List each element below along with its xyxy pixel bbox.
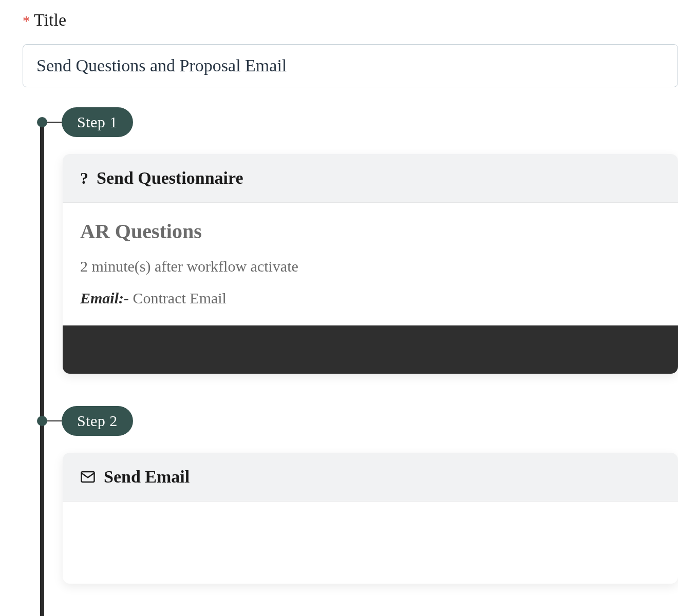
email-value: Contract Email	[129, 290, 227, 306]
title-input[interactable]	[23, 44, 678, 87]
step-card[interactable]: ? Send Questionnaire AR Questions 2 minu…	[63, 154, 678, 374]
step-badge: Step 1	[62, 107, 133, 137]
title-field-label-row: * Title	[23, 10, 678, 30]
workflow-step-1: Step 1 ? Send Questionnaire AR Questions…	[40, 106, 678, 374]
step-card[interactable]: Send Email	[63, 453, 678, 584]
card-header-title: Send Email	[104, 467, 190, 487]
card-header-title: Send Questionnaire	[97, 168, 243, 188]
card-body: AR Questions 2 minute(s) after workflow …	[63, 203, 678, 325]
envelope-icon	[80, 469, 96, 485]
card-email-row: Email:- Contract Email	[80, 290, 661, 307]
card-header: ? Send Questionnaire	[63, 154, 678, 203]
step-badge: Step 2	[62, 406, 133, 436]
question-icon: ?	[80, 169, 88, 188]
timeline-dot-icon	[37, 117, 47, 127]
card-footer-bar[interactable]	[63, 325, 678, 374]
card-delay-text: 2 minute(s) after workflow activate	[80, 258, 661, 275]
step-header: Step 2	[40, 405, 678, 437]
step-header: Step 1	[40, 106, 678, 139]
title-label: Title	[34, 10, 66, 30]
timeline-dot-icon	[37, 416, 47, 426]
required-asterisk: *	[23, 13, 30, 29]
card-subject: AR Questions	[80, 219, 661, 243]
workflow-timeline: Step 1 ? Send Questionnaire AR Questions…	[40, 106, 678, 584]
workflow-step-2: Step 2 Send Email	[40, 405, 678, 584]
card-header: Send Email	[63, 453, 678, 502]
email-label: Email:-	[80, 290, 129, 306]
card-body	[63, 502, 678, 584]
